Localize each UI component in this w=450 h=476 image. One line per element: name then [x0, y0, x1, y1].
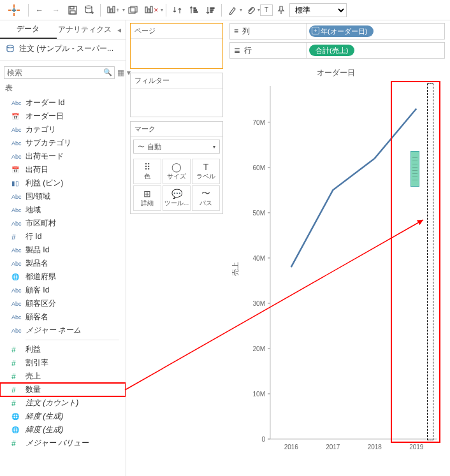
field-item[interactable]: 利益 [0, 343, 126, 356]
field-item[interactable]: 利益 (ビン) [0, 177, 126, 190]
field-item[interactable]: 行 Id [0, 230, 126, 243]
field-item[interactable]: 注文 (カウント) [0, 396, 126, 410]
field-type-icon [11, 261, 25, 267]
field-type-icon [11, 113, 25, 120]
row-pill-sum-sales[interactable]: 合計(売上) [309, 45, 354, 56]
app-logo[interactable] [6, 3, 22, 18]
fit-mode-select[interactable]: 標準 [289, 3, 347, 17]
field-item[interactable]: メジャー バリュー [0, 436, 126, 450]
svg-text:2016: 2016 [284, 444, 299, 451]
section-title: 表 [0, 82, 126, 96]
svg-text:2018: 2018 [368, 444, 382, 451]
mark-card-label: パス [200, 199, 212, 208]
mark-card-5[interactable]: 〜パス [192, 185, 220, 211]
mark-card-0[interactable]: ⠿色 [133, 159, 161, 184]
labels-button[interactable]: T [260, 4, 273, 16]
field-type-icon [11, 220, 25, 227]
pages-card[interactable]: ページ [130, 23, 223, 69]
field-item[interactable]: カテゴリ [0, 123, 126, 136]
view-area: ≡列 + 年(オーダー日) ≣行 合計(売上) オーダー日 [226, 20, 450, 476]
field-item[interactable]: 出荷モード [0, 150, 126, 163]
forward-button[interactable]: → [48, 2, 64, 18]
pin-button[interactable] [273, 2, 289, 18]
field-item[interactable]: オーダー Id [0, 96, 126, 110]
svg-rect-12 [108, 7, 110, 13]
mark-card-label: ツール... [164, 199, 189, 208]
sort-asc-button[interactable] [185, 2, 202, 18]
mark-type-select[interactable]: 〜 自動 ▾ [133, 140, 220, 154]
field-item[interactable]: サブカテゴリ [0, 136, 126, 150]
svg-rect-3 [17, 10, 20, 11]
field-label: オーダー Id [25, 97, 64, 108]
field-item[interactable]: 都道府県 [0, 270, 126, 284]
view-mode-icon[interactable]: ▦ [117, 68, 124, 78]
field-label: 緯度 (生成) [25, 424, 63, 435]
field-item[interactable]: メジャー ネーム [0, 324, 126, 337]
new-datasource-button[interactable] [81, 2, 98, 18]
filters-card[interactable]: フィルター [130, 73, 223, 117]
field-item[interactable]: 顧客名 [0, 310, 126, 324]
field-item[interactable]: 製品名 [0, 257, 126, 270]
field-label: 割引率 [25, 357, 48, 368]
duplicate-sheet-button[interactable] [125, 2, 142, 18]
field-item[interactable]: 緯度 (生成) [0, 423, 126, 436]
tab-analytics[interactable]: アナリティクス [57, 20, 113, 39]
field-item[interactable]: オーダー日 [0, 110, 126, 123]
svg-rect-18 [148, 9, 150, 13]
mark-card-1[interactable]: ◯サイズ [163, 159, 191, 184]
annotation-dashed-frame [427, 83, 433, 440]
attachment-button[interactable] [242, 2, 259, 18]
svg-rect-8 [70, 11, 75, 14]
highlight-button[interactable] [224, 2, 241, 18]
svg-rect-21 [194, 10, 197, 11]
field-type-icon [11, 359, 25, 368]
field-item[interactable]: 割引率 [0, 356, 126, 370]
divider [0, 61, 126, 61]
field-type-icon [11, 180, 25, 187]
mark-card-icon: T [203, 162, 209, 172]
field-type-icon [11, 194, 25, 200]
mark-card-4[interactable]: 💬ツール... [163, 185, 191, 211]
svg-rect-19 [150, 6, 152, 13]
clear-sheet-button[interactable]: ✕ [142, 2, 162, 18]
dropdown-arrow-icon[interactable]: ▾ [161, 7, 163, 13]
field-item[interactable]: 経度 (生成) [0, 410, 126, 423]
column-pill-year[interactable]: + 年(オーダー日) [309, 25, 374, 37]
search-input[interactable] [4, 66, 115, 79]
tab-data[interactable]: データ [0, 20, 57, 39]
field-item[interactable]: 売上 [0, 370, 126, 383]
svg-rect-17 [145, 7, 147, 13]
field-label: 地域 [25, 205, 41, 215]
svg-point-9 [85, 6, 92, 8]
rows-shelf[interactable]: ≣行 合計(売上) [229, 42, 445, 59]
field-item[interactable]: 出荷日 [0, 163, 126, 177]
collapse-sidebar-icon[interactable]: ◂ [113, 20, 126, 39]
field-label: 国/領域 [25, 191, 50, 202]
field-item[interactable]: 顧客区分 [0, 297, 126, 310]
sort-desc-button[interactable] [202, 2, 219, 18]
svg-rect-7 [70, 6, 74, 9]
field-type-icon [11, 413, 25, 420]
datasource-item[interactable]: 注文 (サンプル - スーパー... [0, 40, 126, 58]
new-sheet-button[interactable]: + [103, 2, 124, 18]
field-item[interactable]: 製品 Id [0, 243, 126, 257]
expand-icon[interactable]: + [312, 27, 319, 34]
columns-shelf[interactable]: ≡列 + 年(オーダー日) [229, 23, 445, 40]
field-label: 出荷モード [25, 151, 64, 162]
mark-card-3[interactable]: ⊞詳細 [133, 185, 161, 211]
field-type-icon [11, 399, 25, 408]
back-button[interactable]: ← [31, 2, 48, 18]
field-item[interactable]: 数量 [0, 383, 126, 396]
mark-card-2[interactable]: Tラベル [192, 159, 220, 184]
field-item[interactable]: 地域 [0, 203, 126, 217]
field-type-icon [11, 328, 25, 334]
svg-rect-5 [12, 10, 16, 11]
save-button[interactable] [64, 2, 81, 18]
field-item[interactable]: 市区町村 [0, 217, 126, 230]
field-type-icon [11, 154, 25, 160]
field-item[interactable]: 国/領域 [0, 190, 126, 203]
field-type-icon [11, 140, 25, 147]
swap-button[interactable] [169, 2, 185, 18]
field-item[interactable]: 顧客 Id [0, 284, 126, 297]
svg-rect-13 [110, 9, 112, 13]
